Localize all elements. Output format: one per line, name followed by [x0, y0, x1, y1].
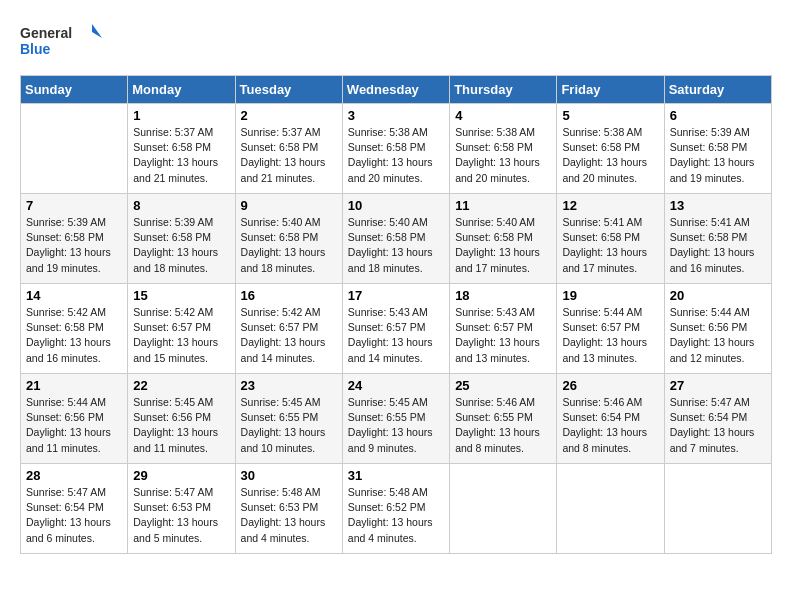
- calendar-cell: 14Sunrise: 5:42 AMSunset: 6:58 PMDayligh…: [21, 284, 128, 374]
- day-info: Sunrise: 5:41 AMSunset: 6:58 PMDaylight:…: [670, 215, 766, 276]
- calendar-cell: 13Sunrise: 5:41 AMSunset: 6:58 PMDayligh…: [664, 194, 771, 284]
- calendar-cell: 24Sunrise: 5:45 AMSunset: 6:55 PMDayligh…: [342, 374, 449, 464]
- day-number: 14: [26, 288, 122, 303]
- day-info: Sunrise: 5:38 AMSunset: 6:58 PMDaylight:…: [348, 125, 444, 186]
- day-info: Sunrise: 5:40 AMSunset: 6:58 PMDaylight:…: [455, 215, 551, 276]
- day-number: 24: [348, 378, 444, 393]
- day-number: 25: [455, 378, 551, 393]
- day-info: Sunrise: 5:45 AMSunset: 6:56 PMDaylight:…: [133, 395, 229, 456]
- day-number: 22: [133, 378, 229, 393]
- weekday-header: Friday: [557, 76, 664, 104]
- day-number: 18: [455, 288, 551, 303]
- calendar-table: SundayMondayTuesdayWednesdayThursdayFrid…: [20, 75, 772, 554]
- calendar-cell: 6Sunrise: 5:39 AMSunset: 6:58 PMDaylight…: [664, 104, 771, 194]
- calendar-cell: 20Sunrise: 5:44 AMSunset: 6:56 PMDayligh…: [664, 284, 771, 374]
- day-info: Sunrise: 5:44 AMSunset: 6:57 PMDaylight:…: [562, 305, 658, 366]
- calendar-cell: 22Sunrise: 5:45 AMSunset: 6:56 PMDayligh…: [128, 374, 235, 464]
- calendar-cell: 25Sunrise: 5:46 AMSunset: 6:55 PMDayligh…: [450, 374, 557, 464]
- calendar-cell: 18Sunrise: 5:43 AMSunset: 6:57 PMDayligh…: [450, 284, 557, 374]
- day-number: 1: [133, 108, 229, 123]
- day-number: 8: [133, 198, 229, 213]
- day-number: 16: [241, 288, 337, 303]
- day-number: 6: [670, 108, 766, 123]
- day-number: 23: [241, 378, 337, 393]
- weekday-header: Wednesday: [342, 76, 449, 104]
- weekday-header: Thursday: [450, 76, 557, 104]
- day-info: Sunrise: 5:47 AMSunset: 6:53 PMDaylight:…: [133, 485, 229, 546]
- day-info: Sunrise: 5:38 AMSunset: 6:58 PMDaylight:…: [455, 125, 551, 186]
- day-info: Sunrise: 5:39 AMSunset: 6:58 PMDaylight:…: [26, 215, 122, 276]
- weekday-header: Saturday: [664, 76, 771, 104]
- day-number: 12: [562, 198, 658, 213]
- day-number: 2: [241, 108, 337, 123]
- calendar-cell: 1Sunrise: 5:37 AMSunset: 6:58 PMDaylight…: [128, 104, 235, 194]
- day-info: Sunrise: 5:44 AMSunset: 6:56 PMDaylight:…: [26, 395, 122, 456]
- day-info: Sunrise: 5:42 AMSunset: 6:57 PMDaylight:…: [241, 305, 337, 366]
- weekday-header: Tuesday: [235, 76, 342, 104]
- calendar-cell: 27Sunrise: 5:47 AMSunset: 6:54 PMDayligh…: [664, 374, 771, 464]
- day-info: Sunrise: 5:47 AMSunset: 6:54 PMDaylight:…: [26, 485, 122, 546]
- day-info: Sunrise: 5:39 AMSunset: 6:58 PMDaylight:…: [133, 215, 229, 276]
- svg-marker-2: [92, 24, 102, 38]
- calendar-cell: 15Sunrise: 5:42 AMSunset: 6:57 PMDayligh…: [128, 284, 235, 374]
- calendar-cell: [557, 464, 664, 554]
- day-number: 3: [348, 108, 444, 123]
- calendar-cell: 9Sunrise: 5:40 AMSunset: 6:58 PMDaylight…: [235, 194, 342, 284]
- weekday-header: Sunday: [21, 76, 128, 104]
- calendar-cell: 10Sunrise: 5:40 AMSunset: 6:58 PMDayligh…: [342, 194, 449, 284]
- calendar-cell: 30Sunrise: 5:48 AMSunset: 6:53 PMDayligh…: [235, 464, 342, 554]
- day-info: Sunrise: 5:42 AMSunset: 6:58 PMDaylight:…: [26, 305, 122, 366]
- day-info: Sunrise: 5:48 AMSunset: 6:52 PMDaylight:…: [348, 485, 444, 546]
- calendar-cell: 11Sunrise: 5:40 AMSunset: 6:58 PMDayligh…: [450, 194, 557, 284]
- day-number: 29: [133, 468, 229, 483]
- calendar-cell: 28Sunrise: 5:47 AMSunset: 6:54 PMDayligh…: [21, 464, 128, 554]
- calendar-cell: 21Sunrise: 5:44 AMSunset: 6:56 PMDayligh…: [21, 374, 128, 464]
- svg-text:Blue: Blue: [20, 41, 51, 57]
- day-info: Sunrise: 5:45 AMSunset: 6:55 PMDaylight:…: [348, 395, 444, 456]
- day-info: Sunrise: 5:46 AMSunset: 6:55 PMDaylight:…: [455, 395, 551, 456]
- day-number: 11: [455, 198, 551, 213]
- calendar-cell: 7Sunrise: 5:39 AMSunset: 6:58 PMDaylight…: [21, 194, 128, 284]
- calendar-cell: 17Sunrise: 5:43 AMSunset: 6:57 PMDayligh…: [342, 284, 449, 374]
- calendar-cell: 3Sunrise: 5:38 AMSunset: 6:58 PMDaylight…: [342, 104, 449, 194]
- day-info: Sunrise: 5:47 AMSunset: 6:54 PMDaylight:…: [670, 395, 766, 456]
- calendar-cell: [450, 464, 557, 554]
- svg-text:General: General: [20, 25, 72, 41]
- day-info: Sunrise: 5:43 AMSunset: 6:57 PMDaylight:…: [348, 305, 444, 366]
- calendar-cell: 8Sunrise: 5:39 AMSunset: 6:58 PMDaylight…: [128, 194, 235, 284]
- day-info: Sunrise: 5:40 AMSunset: 6:58 PMDaylight:…: [348, 215, 444, 276]
- day-number: 30: [241, 468, 337, 483]
- day-number: 21: [26, 378, 122, 393]
- weekday-header: Monday: [128, 76, 235, 104]
- day-info: Sunrise: 5:41 AMSunset: 6:58 PMDaylight:…: [562, 215, 658, 276]
- day-info: Sunrise: 5:40 AMSunset: 6:58 PMDaylight:…: [241, 215, 337, 276]
- day-number: 5: [562, 108, 658, 123]
- day-number: 15: [133, 288, 229, 303]
- calendar-cell: 23Sunrise: 5:45 AMSunset: 6:55 PMDayligh…: [235, 374, 342, 464]
- day-info: Sunrise: 5:42 AMSunset: 6:57 PMDaylight:…: [133, 305, 229, 366]
- day-number: 20: [670, 288, 766, 303]
- calendar-cell: 4Sunrise: 5:38 AMSunset: 6:58 PMDaylight…: [450, 104, 557, 194]
- day-number: 31: [348, 468, 444, 483]
- day-info: Sunrise: 5:44 AMSunset: 6:56 PMDaylight:…: [670, 305, 766, 366]
- calendar-cell: 31Sunrise: 5:48 AMSunset: 6:52 PMDayligh…: [342, 464, 449, 554]
- calendar-cell: 12Sunrise: 5:41 AMSunset: 6:58 PMDayligh…: [557, 194, 664, 284]
- calendar-cell: 2Sunrise: 5:37 AMSunset: 6:58 PMDaylight…: [235, 104, 342, 194]
- logo: GeneralBlue: [20, 20, 110, 65]
- day-info: Sunrise: 5:45 AMSunset: 6:55 PMDaylight:…: [241, 395, 337, 456]
- day-number: 28: [26, 468, 122, 483]
- day-info: Sunrise: 5:38 AMSunset: 6:58 PMDaylight:…: [562, 125, 658, 186]
- day-number: 26: [562, 378, 658, 393]
- day-info: Sunrise: 5:37 AMSunset: 6:58 PMDaylight:…: [133, 125, 229, 186]
- calendar-cell: [21, 104, 128, 194]
- calendar-cell: [664, 464, 771, 554]
- day-number: 10: [348, 198, 444, 213]
- day-info: Sunrise: 5:48 AMSunset: 6:53 PMDaylight:…: [241, 485, 337, 546]
- calendar-cell: 5Sunrise: 5:38 AMSunset: 6:58 PMDaylight…: [557, 104, 664, 194]
- header: GeneralBlue: [20, 20, 772, 65]
- day-number: 4: [455, 108, 551, 123]
- calendar-cell: 29Sunrise: 5:47 AMSunset: 6:53 PMDayligh…: [128, 464, 235, 554]
- day-number: 9: [241, 198, 337, 213]
- day-number: 17: [348, 288, 444, 303]
- day-number: 27: [670, 378, 766, 393]
